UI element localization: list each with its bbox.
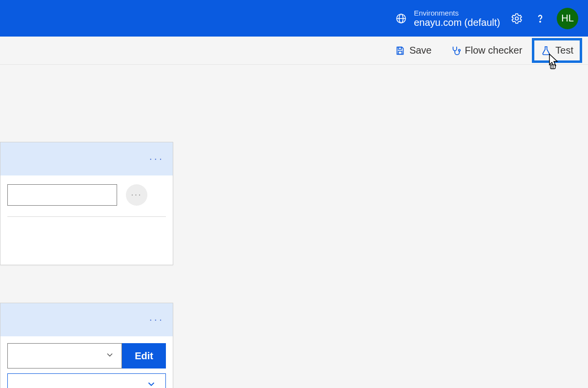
chevron-down-icon — [105, 350, 115, 362]
more-icon[interactable]: ··· — [149, 153, 164, 165]
test-button[interactable]: Test — [536, 42, 578, 59]
help-icon[interactable] — [533, 12, 547, 25]
test-label: Test — [555, 45, 573, 56]
save-label: Save — [409, 45, 432, 56]
svg-point-4 — [540, 21, 541, 22]
edit-label: Edit — [135, 350, 153, 361]
dropdown-2[interactable] — [7, 373, 166, 388]
dropdown-1[interactable] — [7, 343, 122, 369]
save-icon — [395, 45, 406, 56]
edit-button[interactable]: Edit — [122, 343, 166, 369]
svg-point-7 — [458, 49, 460, 51]
flask-icon — [541, 45, 551, 56]
card-body: Edit — [0, 336, 173, 388]
card-header: ··· — [0, 142, 173, 175]
environment-name: enayu.com (default) — [414, 17, 500, 28]
gear-icon[interactable] — [510, 12, 524, 25]
environment-label: Environments — [414, 9, 500, 17]
flow-checker-label: Flow checker — [465, 45, 523, 56]
stethoscope-icon — [450, 45, 461, 56]
svg-point-3 — [515, 17, 519, 20]
flow-canvas: ··· ··· ··· — [0, 65, 588, 75]
text-input[interactable] — [7, 184, 117, 206]
ellipsis-button[interactable]: ··· — [126, 184, 147, 206]
svg-rect-6 — [398, 51, 402, 54]
flow-step-card-1[interactable]: ··· ··· — [0, 142, 173, 265]
flow-step-card-2[interactable]: ··· Edit — [0, 303, 173, 388]
action-toolbar: Save Flow checker Test — [0, 37, 588, 65]
card-header: ··· — [0, 303, 173, 336]
app-header: Environments enayu.com (default) HL — [0, 0, 588, 37]
svg-rect-5 — [398, 47, 401, 49]
avatar-initials: HL — [561, 13, 574, 24]
chevron-down-icon — [146, 379, 157, 388]
ellipsis-icon: ··· — [131, 191, 142, 199]
avatar[interactable]: HL — [557, 8, 578, 29]
globe-icon — [394, 12, 408, 25]
more-icon[interactable]: ··· — [149, 313, 164, 326]
environment-selector[interactable]: Environments enayu.com (default) — [394, 9, 500, 28]
card-body: ··· — [0, 175, 173, 265]
flow-checker-button[interactable]: Flow checker — [446, 42, 527, 59]
save-button[interactable]: Save — [390, 42, 437, 59]
